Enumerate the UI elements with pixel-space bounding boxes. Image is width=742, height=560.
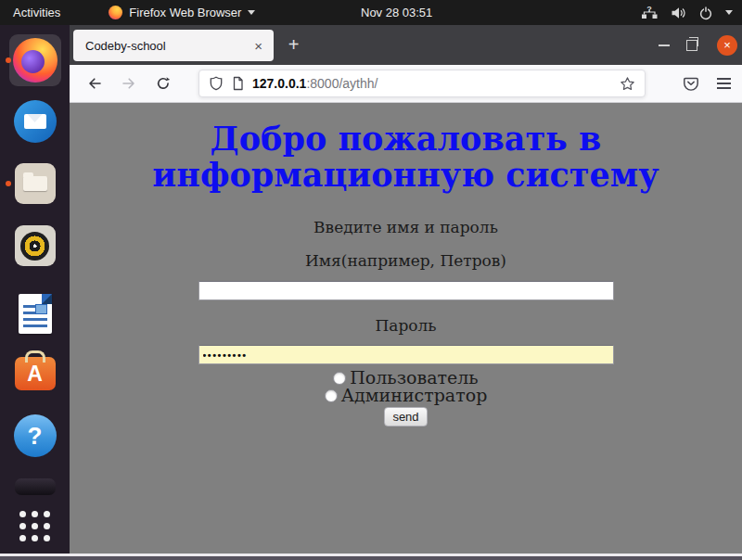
gnome-top-bar: Activities Firefox Web Browser Nov 28 03… <box>0 0 742 25</box>
menu-icon[interactable] <box>717 78 731 89</box>
forward-icon <box>122 76 136 91</box>
navigation-toolbar: 127.0.0.1:8000/aythh/ <box>70 65 742 103</box>
close-window-button[interactable]: × <box>717 35 737 56</box>
firefox-mini-icon <box>109 6 122 19</box>
system-status-area[interactable]: ? <box>641 0 733 25</box>
restore-icon[interactable] <box>686 40 697 51</box>
forward-button[interactable] <box>115 70 143 97</box>
window-bottom-edge <box>0 554 742 556</box>
ubuntu-dock: A ? <box>0 25 70 554</box>
tab-codeby-school[interactable]: Codeby-school × <box>73 30 274 61</box>
reload-icon <box>156 76 171 91</box>
show-applications-icon <box>19 511 50 541</box>
role-option-admin: Администратор <box>325 387 488 404</box>
dark-app-icon <box>15 478 56 495</box>
running-indicator <box>6 181 11 186</box>
back-icon <box>87 76 102 91</box>
files-icon <box>15 163 56 204</box>
app-menu-button[interactable]: Firefox Web Browser <box>109 0 255 25</box>
dock-rhythmbox[interactable] <box>9 220 61 272</box>
dock-dark-app[interactable] <box>9 477 61 497</box>
caret-down-icon <box>725 10 733 15</box>
dock-show-applications[interactable] <box>9 500 61 552</box>
running-indicator <box>6 57 11 63</box>
radio-user[interactable] <box>333 372 346 385</box>
close-tab-icon[interactable]: × <box>251 37 265 55</box>
page-title: Добро пожаловать в информационную систем… <box>109 121 703 193</box>
help-icon: ? <box>14 414 57 457</box>
new-tab-button[interactable]: + <box>281 32 306 57</box>
url-text: 127.0.0.1:8000/aythh/ <box>252 76 377 91</box>
clock[interactable]: Nov 28 03:51 <box>361 0 432 25</box>
radio-admin-label: Администратор <box>341 387 488 404</box>
dock-help[interactable]: ? <box>9 410 61 462</box>
pocket-icon[interactable] <box>683 76 699 92</box>
rhythmbox-icon <box>15 225 56 266</box>
firefox-icon <box>13 38 58 83</box>
app-menu-label: Firefox Web Browser <box>129 6 241 19</box>
dock-files[interactable] <box>9 158 61 210</box>
dock-thunderbird[interactable] <box>9 95 61 147</box>
tab-title: Codeby-school <box>85 39 251 53</box>
url-path: :8000/aythh/ <box>306 76 377 91</box>
activities-button[interactable]: Activities <box>0 0 71 25</box>
password-label: Пароль <box>375 316 436 335</box>
svg-text:?: ? <box>646 6 652 14</box>
dock-firefox[interactable] <box>9 34 61 86</box>
url-bar[interactable]: 127.0.0.1:8000/aythh/ <box>198 70 646 97</box>
instruction-text: Введите имя и пароль <box>313 218 498 236</box>
network-icon: ? <box>641 6 659 19</box>
thunderbird-icon <box>14 100 57 143</box>
password-input[interactable] <box>198 345 614 364</box>
url-host: 127.0.0.1 <box>252 76 306 91</box>
minimize-icon[interactable] <box>659 45 670 46</box>
radio-admin[interactable] <box>325 389 338 402</box>
reload-button[interactable] <box>149 70 177 97</box>
power-icon <box>698 6 713 20</box>
back-button[interactable] <box>81 70 109 97</box>
name-label: Имя(например, Петров) <box>305 251 506 270</box>
name-input[interactable] <box>198 281 614 300</box>
dock-ubuntu-software[interactable]: A <box>9 345 61 397</box>
page-content: Добро пожаловать в информационную систем… <box>70 103 742 554</box>
libreoffice-writer-icon <box>19 294 52 334</box>
star-icon[interactable] <box>620 76 635 92</box>
send-button[interactable]: send <box>384 407 427 426</box>
tab-bar: Codeby-school × + × <box>70 25 742 65</box>
page-icon[interactable] <box>231 76 245 91</box>
firefox-window: Codeby-school × + × <box>70 25 742 554</box>
ubuntu-software-icon: A <box>15 357 56 390</box>
dock-libreoffice-writer[interactable] <box>9 287 61 339</box>
shield-icon[interactable] <box>209 76 224 91</box>
caret-down-icon <box>248 10 255 15</box>
volume-icon <box>671 6 686 19</box>
window-controls: × <box>659 25 737 65</box>
